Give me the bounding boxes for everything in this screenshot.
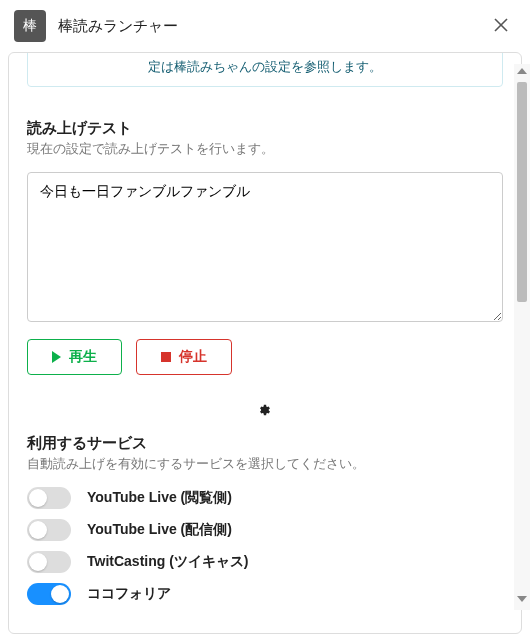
app-window: 棒 棒読みランチャー 定は棒読みちゃんの設定を参照します。 読み上げテスト 現在…	[0, 0, 530, 642]
app-icon: 棒	[14, 10, 46, 42]
service-label: YouTube Live (配信側)	[87, 521, 232, 539]
service-toggle[interactable]	[27, 551, 71, 573]
service-toggle[interactable]	[27, 519, 71, 541]
readtest-buttons: 再生 停止	[27, 339, 503, 375]
content-area: 定は棒読みちゃんの設定を参照します。 読み上げテスト 現在の設定で読み上げテスト…	[0, 52, 530, 642]
window-title: 棒読みランチャー	[58, 17, 474, 36]
services-title: 利用するサービス	[27, 434, 503, 453]
toggle-knob	[29, 489, 47, 507]
close-button[interactable]	[486, 12, 516, 41]
service-toggle[interactable]	[27, 583, 71, 605]
stop-button[interactable]: 停止	[136, 339, 232, 375]
play-icon	[52, 351, 61, 363]
gear-icon[interactable]	[258, 404, 272, 420]
main-panel: 定は棒読みちゃんの設定を参照します。 読み上げテスト 現在の設定で読み上げテスト…	[8, 52, 522, 634]
toggle-knob	[51, 585, 69, 603]
readtest-textarea[interactable]	[27, 172, 503, 322]
stop-icon	[161, 352, 171, 362]
close-icon	[494, 18, 508, 32]
info-box: 定は棒読みちゃんの設定を参照します。	[27, 52, 503, 87]
toggle-knob	[29, 521, 47, 539]
stop-label: 停止	[179, 348, 207, 366]
services-desc: 自動読み上げを有効にするサービスを選択してください。	[27, 455, 503, 473]
toggle-knob	[29, 553, 47, 571]
vertical-scrollbar[interactable]	[514, 64, 530, 610]
service-label: ココフォリア	[87, 585, 171, 603]
readtest-desc: 現在の設定で読み上げテストを行います。	[27, 140, 503, 158]
readtest-section: 読み上げテスト 現在の設定で読み上げテストを行います。 再生 停止	[27, 119, 503, 375]
services-section: 利用するサービス 自動読み上げを有効にするサービスを選択してください。 YouT…	[27, 434, 503, 605]
service-list: YouTube Live (閲覧側)YouTube Live (配信側)Twit…	[27, 487, 503, 605]
settings-gear-row	[27, 403, 503, 420]
service-row: YouTube Live (閲覧側)	[27, 487, 503, 509]
readtest-title: 読み上げテスト	[27, 119, 503, 138]
scroll-thumb[interactable]	[517, 82, 527, 302]
service-row: TwitCasting (ツイキャス)	[27, 551, 503, 573]
info-text: 定は棒読みちゃんの設定を参照します。	[148, 59, 382, 74]
service-label: YouTube Live (閲覧側)	[87, 489, 232, 507]
service-label: TwitCasting (ツイキャス)	[87, 553, 249, 571]
service-toggle[interactable]	[27, 487, 71, 509]
play-button[interactable]: 再生	[27, 339, 122, 375]
titlebar: 棒 棒読みランチャー	[0, 0, 530, 52]
service-row: YouTube Live (配信側)	[27, 519, 503, 541]
scroll-up-icon[interactable]	[517, 68, 527, 74]
play-label: 再生	[69, 348, 97, 366]
service-row: ココフォリア	[27, 583, 503, 605]
scroll-down-icon[interactable]	[517, 596, 527, 602]
